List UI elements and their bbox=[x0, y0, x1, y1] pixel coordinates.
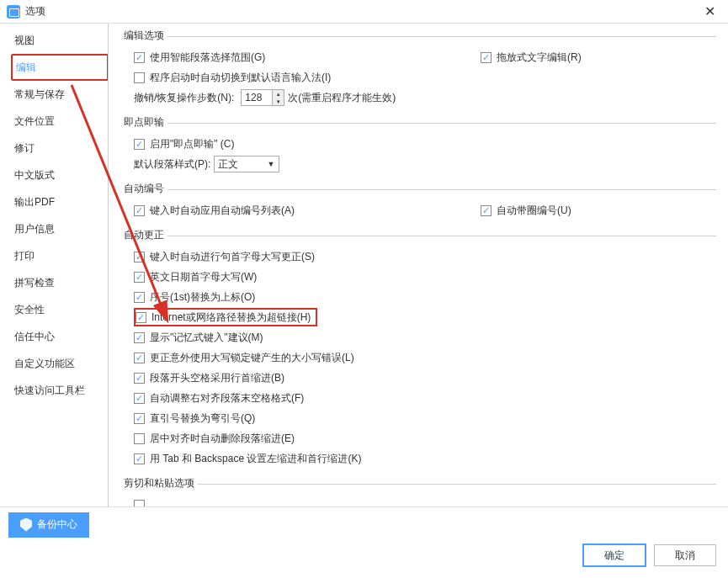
label: 显示"记忆式键入"建议(M) bbox=[150, 331, 263, 345]
group-auto-number: 自动编号 键入时自动应用自动编号列表(A) 自动带圈编号(U) bbox=[124, 182, 716, 220]
sidebar-item-quick-toolbar[interactable]: 快速访问工具栏 bbox=[11, 377, 108, 404]
checkbox-smart-paragraph[interactable] bbox=[134, 52, 145, 63]
label: 英文日期首字母大写(W) bbox=[150, 270, 257, 284]
undo-steps-label: 撤销/恢复操作步数(N): bbox=[134, 91, 234, 105]
label: 居中对齐时自动删除段落缩进(E) bbox=[150, 432, 295, 446]
sidebar-item-user-info[interactable]: 用户信息 bbox=[11, 215, 108, 242]
default-style-select[interactable]: 正文 ▼ bbox=[214, 156, 279, 172]
ok-button[interactable]: 确定 bbox=[583, 544, 646, 566]
label: 拖放式文字编辑(R) bbox=[497, 50, 582, 65]
sidebar-item-customize-ribbon[interactable]: 自定义功能区 bbox=[11, 350, 108, 377]
label: 自动带圈编号(U) bbox=[497, 204, 571, 218]
sidebar-item-chinese-layout[interactable]: 中文版式 bbox=[11, 162, 108, 188]
label: 键入时自动应用自动编号列表(A) bbox=[150, 204, 295, 218]
sidebar-item-security[interactable]: 安全性 bbox=[11, 296, 108, 323]
bottom-bar: 备份中心 bbox=[0, 506, 728, 542]
checkbox-autocorrect-6[interactable] bbox=[134, 373, 145, 384]
label: 启用"即点即输" (C) bbox=[150, 137, 235, 151]
shield-icon bbox=[20, 518, 32, 532]
default-style-label: 默认段落样式(P): bbox=[134, 157, 210, 172]
group-title: 即点即输 bbox=[124, 115, 716, 130]
label: 使用智能段落选择范围(G) bbox=[150, 50, 265, 65]
chevron-down-icon: ▼ bbox=[267, 160, 274, 168]
sidebar-item-output-pdf[interactable]: 输出PDF bbox=[11, 188, 108, 215]
label: 更正意外使用大写锁定键产生的大小写错误(L) bbox=[150, 351, 354, 365]
cancel-button[interactable]: 取消 bbox=[654, 544, 716, 566]
window-title: 选项 bbox=[25, 4, 698, 19]
label: 自动调整右对齐段落末空格格式(F) bbox=[150, 391, 304, 406]
checkbox-auto-ime[interactable] bbox=[134, 72, 145, 83]
group-title: 自动编号 bbox=[124, 182, 716, 196]
app-icon bbox=[7, 5, 20, 19]
spinner-down-icon[interactable]: ▼ bbox=[273, 98, 284, 105]
label: 键入时自动进行句首字母大写更正(S) bbox=[150, 250, 315, 264]
group-auto-correct: 自动更正 键入时自动进行句首字母大写更正(S)英文日期首字母大写(W)序号(1s… bbox=[124, 228, 716, 468]
checkbox-drag-text[interactable] bbox=[481, 52, 492, 63]
group-edit-options: 编辑选项 使用智能段落选择范围(G) 拖放式文字编辑(R) 程序启动时自动切换到… bbox=[124, 29, 716, 107]
sidebar: 视图 编辑 常规与保存 文件位置 修订 中文版式 输出PDF 用户信息 打印 拼… bbox=[0, 24, 109, 506]
group-title: 自动更正 bbox=[124, 228, 716, 242]
checkbox-autocorrect-3[interactable] bbox=[136, 312, 146, 323]
checkbox-autocorrect-9[interactable] bbox=[134, 433, 145, 444]
checkbox-apply-list[interactable] bbox=[134, 205, 145, 216]
sidebar-item-spellcheck[interactable]: 拼写检查 bbox=[11, 269, 108, 296]
group-title: 编辑选项 bbox=[124, 29, 716, 43]
checkbox-autocorrect-5[interactable] bbox=[134, 353, 145, 363]
group-title: 剪切和粘贴选项 bbox=[124, 476, 716, 491]
checkbox-autocorrect-7[interactable] bbox=[134, 393, 145, 404]
sidebar-item-general-save[interactable]: 常规与保存 bbox=[11, 81, 108, 108]
highlighted-option: Internet或网络路径替换为超链接(H) bbox=[134, 308, 317, 326]
group-cut-paste: 剪切和粘贴选项 ... bbox=[124, 476, 716, 506]
checkbox-click-type-enable[interactable] bbox=[134, 139, 145, 150]
sidebar-item-revision[interactable]: 修订 bbox=[11, 135, 108, 162]
label: 程序启动时自动切换到默认语言输入法(I) bbox=[150, 71, 331, 85]
sidebar-item-view[interactable]: 视图 bbox=[11, 27, 108, 54]
sidebar-item-edit[interactable]: 编辑 bbox=[11, 54, 109, 81]
group-click-type: 即点即输 启用"即点即输" (C) 默认段落样式(P): 正文 ▼ bbox=[124, 115, 716, 173]
checkbox-autocorrect-4[interactable] bbox=[134, 332, 145, 343]
content-panel: 编辑选项 使用智能段落选择范围(G) 拖放式文字编辑(R) 程序启动时自动切换到… bbox=[109, 24, 728, 506]
checkbox-autocorrect-2[interactable] bbox=[134, 292, 145, 303]
label: 用 Tab 和 Backspace 设置左缩进和首行缩进(K) bbox=[150, 452, 361, 466]
titlebar: 选项 ✕ bbox=[0, 0, 728, 24]
undo-steps-spinner[interactable]: 128 ▲ ▼ bbox=[241, 89, 284, 106]
sidebar-item-file-location[interactable]: 文件位置 bbox=[11, 108, 108, 135]
checkbox-cutpaste-hidden[interactable] bbox=[134, 500, 145, 507]
label: 序号(1st)替换为上标(O) bbox=[150, 290, 255, 305]
backup-center-button[interactable]: 备份中心 bbox=[8, 512, 89, 538]
label: 段落开头空格采用行首缩进(B) bbox=[150, 371, 284, 385]
checkbox-autocorrect-8[interactable] bbox=[134, 413, 145, 424]
sidebar-item-print[interactable]: 打印 bbox=[11, 242, 108, 269]
close-icon[interactable]: ✕ bbox=[698, 0, 721, 24]
checkbox-autocorrect-1[interactable] bbox=[134, 272, 145, 283]
label: Internet或网络路径替换为超链接(H) bbox=[151, 310, 311, 325]
undo-steps-suffix: 次(需重启程序才能生效) bbox=[288, 91, 396, 105]
label: 直引号替换为弯引号(Q) bbox=[150, 411, 255, 426]
spinner-up-icon[interactable]: ▲ bbox=[273, 90, 284, 98]
checkbox-auto-circle[interactable] bbox=[481, 205, 492, 216]
sidebar-item-trust-center[interactable]: 信任中心 bbox=[11, 323, 108, 350]
checkbox-autocorrect-0[interactable] bbox=[134, 252, 145, 262]
checkbox-autocorrect-10[interactable] bbox=[134, 453, 145, 464]
